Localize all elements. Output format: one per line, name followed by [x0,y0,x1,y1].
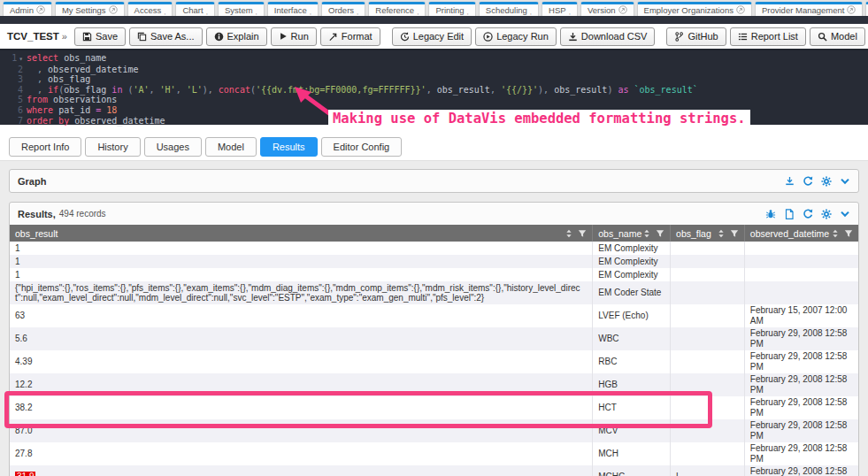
menu-tab-label: System [225,5,253,15]
code-text: select obs_name [27,53,106,65]
tab-results[interactable]: Results [260,137,318,157]
column-label: observed_datetime [750,228,832,239]
bug-icon[interactable] [765,209,776,219]
table-row[interactable]: 63LVEF (Echo)February 15, 2007 12:00 AM [10,304,858,327]
model-button[interactable]: Model [810,27,865,46]
cell-observed-datetime: February 29, 2008 12:58 PM [744,419,858,442]
chevron-down-icon[interactable] [840,209,850,219]
cell-obs-result: 38.2 [10,396,593,419]
button-label: Legacy Run [496,31,549,42]
line-number: 1▾ [0,53,27,65]
github-button[interactable]: GitHub [666,27,726,46]
refresh-icon[interactable] [803,209,813,219]
cell-observed-datetime: February 29, 2008 12:58 PM [744,350,858,373]
legacy-run-button[interactable]: Legacy Run [475,27,557,46]
menu-tab-reference[interactable]: Reference, [368,2,426,16]
tab-editor-config[interactable]: Editor Config [321,137,403,157]
format-button[interactable]: Format [320,27,380,46]
menu-tab-admin[interactable]: Admin [3,2,52,16]
legacy-edit-button[interactable]: Legacy Edit [392,27,472,46]
cell-obs-name: EM Complexity [593,268,671,281]
report-list-button[interactable]: Report List [730,27,806,46]
table-row[interactable]: 1EM Complexity [10,268,858,281]
results-record-count: 494 records [59,209,106,219]
sort-icon[interactable] [832,229,839,238]
table-row[interactable]: 5.6WBCFebruary 29, 2008 12:58 PM [10,327,858,350]
menu-tab-mark-icon: , [569,11,571,14]
button-label: Legacy Edit [413,31,464,42]
breadcrumb-chevron[interactable]: » [62,31,67,42]
results-panel: Results, 494 records obs_resultobs_nameo… [9,202,859,476]
menu-tab-access[interactable]: Access, [127,2,173,16]
page-icon[interactable] [784,209,795,219]
column-header-obs-flag: obs_flag [671,225,745,242]
button-label: Report List [751,31,798,42]
menu-tab-label: Employer Organizations [644,5,734,15]
tab-report-info[interactable]: Report Info [9,137,81,157]
cell-obs-name: WBC [593,327,671,350]
filter-icon[interactable] [578,229,587,238]
table-row[interactable]: 27.8MCHFebruary 29, 2008 12:58 PM [10,442,858,465]
explain-button[interactable]: Explain [206,27,267,46]
cell-obs-result: 31.9 [10,465,593,476]
sort-icon[interactable] [718,229,725,238]
menu-tab-employer-organizations[interactable]: Employer Organizations [637,2,752,16]
menu-tab-my-settings[interactable]: My Settings [55,2,125,16]
line-number: 2 [0,65,27,75]
save-as-button[interactable]: Save As... [129,27,203,46]
table-row[interactable]: 1EM Complexity [10,255,858,268]
table-row[interactable]: 31.9MCHCLFebruary 29, 2008 12:58 PM [10,465,858,476]
menu-tab-mark-icon: , [530,11,532,14]
cell-obs-result: 1 [10,268,593,281]
menu-tab-orders[interactable]: Orders, [321,2,365,16]
code-line-3: 3 , obs_flag [0,74,868,85]
info-icon [214,32,224,42]
code-line-2: 2 , observed_datetime [0,65,868,75]
cell-obs-result: 4.39 [10,350,593,373]
refresh-icon[interactable] [803,176,813,187]
download-icon[interactable] [785,176,795,186]
sort-icon[interactable] [643,229,650,238]
gear-icon[interactable] [821,176,832,187]
download-csv-button[interactable]: Download CSV [560,27,656,46]
filter-icon[interactable] [656,229,664,238]
filter-icon[interactable] [730,229,739,238]
table-row[interactable]: 12.2HGBFebruary 29, 2008 12:58 PM [10,373,858,396]
cell-obs-result: 1 [10,242,593,255]
fold-caret-icon[interactable]: ▾ [19,55,23,63]
menu-tab-provider-management[interactable]: Provider Management [755,2,863,16]
results-panel-icons [765,209,850,219]
cell-obs-name: HCT [593,396,671,419]
menu-tab-scheduling[interactable]: Scheduling, [479,2,539,16]
tab-model[interactable]: Model [205,137,257,157]
menu-tab-chart[interactable]: Chart, [175,2,214,16]
menu-tab-label: Orders [328,5,354,15]
cell-obs-flag [671,442,745,465]
menu-tab-interface[interactable]: Interface, [267,2,319,16]
menu-tab-printing[interactable]: Printing, [428,2,475,16]
table-row[interactable]: 87.0MCVFebruary 29, 2008 12:58 PM [10,419,858,442]
results-table-body: 1EM Complexity1EM Complexity1EM Complexi… [10,242,858,476]
tab-usages[interactable]: Usages [144,137,202,157]
table-row[interactable]: {"hpi_items":{},"ros_items":{},"pfs_item… [10,281,858,304]
chevron-down-icon[interactable] [840,176,850,187]
run-button[interactable]: Run [271,27,317,46]
table-row[interactable]: 38.2HCTFebruary 29, 2008 12:58 PM [10,396,858,419]
menu-tab-version[interactable]: Version [580,2,634,16]
menu-tab-hsp[interactable]: HSP, [542,2,578,16]
table-row[interactable]: 4.39RBCFebruary 29, 2008 12:58 PM [10,350,858,373]
sort-icon[interactable] [565,229,572,238]
menu-tab-system[interactable]: System, [218,2,265,16]
cell-obs-name: EM Coder State [593,281,671,304]
table-row[interactable]: 1EM Complexity [10,242,858,255]
app-window: AdminMy SettingsAccess,Chart,System,Inte… [0,0,868,476]
cell-obs-result: 5.6 [10,327,593,350]
menu-tab-mark-icon: , [206,11,208,14]
save-button[interactable]: Save [74,27,126,46]
code-text: , if(obs_flag in ('A', 'H', 'L'), concat… [27,85,698,96]
tab-history[interactable]: History [85,137,140,157]
gear-icon[interactable] [821,209,832,219]
cell-obs-name: MCV [593,419,671,442]
cell-observed-datetime: February 29, 2008 12:58 PM [744,327,858,350]
filter-icon[interactable] [844,229,853,238]
